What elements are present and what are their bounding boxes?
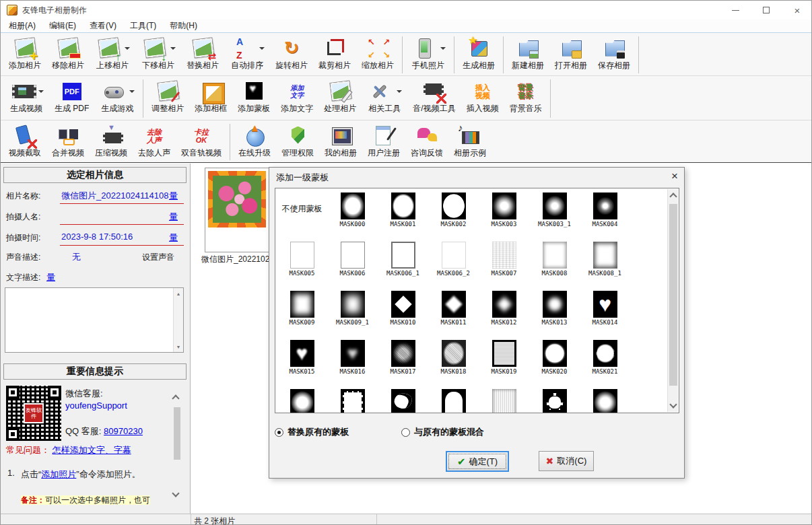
toolbar-rotate-button[interactable]: 旋转相片: [271, 34, 312, 72]
toolbar-adjust-button[interactable]: 调整相片: [147, 77, 189, 115]
mask-item[interactable]: MASK016: [327, 336, 378, 385]
toolbar-register-button[interactable]: 用户注册: [363, 122, 405, 160]
mask-item[interactable]: [580, 385, 630, 413]
toolbar-folder-open-button[interactable]: 打开相册: [550, 34, 592, 72]
mask-item[interactable]: MASK004: [580, 188, 630, 238]
toolbar-insvideo-button[interactable]: 插入视频插入视频: [462, 77, 504, 115]
wechat-service-id[interactable]: youfengSupport: [65, 400, 127, 411]
mask-item[interactable]: MASK006: [327, 238, 378, 287]
toolbar-mask-button[interactable]: 添加蒙板: [233, 77, 275, 115]
mask-item[interactable]: MASK008: [529, 238, 580, 287]
mask-item[interactable]: [277, 385, 327, 413]
mask-item[interactable]: MASK007: [479, 238, 529, 287]
mask-item[interactable]: MASK013: [529, 287, 580, 336]
chevron-down-icon[interactable]: [38, 90, 44, 93]
mask-item[interactable]: MASK008_1: [580, 238, 630, 287]
scrollbar-thumb[interactable]: [669, 204, 677, 386]
toolbar-capture-button[interactable]: 视频截取: [4, 122, 46, 160]
toolbar-samples-button[interactable]: 相册示例: [449, 122, 491, 160]
chevron-down-icon[interactable]: [259, 47, 265, 50]
photo-description-textarea[interactable]: ▲ ▼: [5, 287, 184, 353]
menu-item-help[interactable]: 帮助(H): [163, 19, 204, 33]
menu-item-view[interactable]: 查看(V): [83, 19, 123, 33]
mask-item[interactable]: [428, 385, 479, 413]
scroll-up-icon[interactable]: ▲: [174, 289, 183, 298]
chevron-down-icon[interactable]: [440, 47, 446, 50]
photo-name-batch-link[interactable]: 量: [169, 190, 178, 202]
toolbar-frame-button[interactable]: 添加相框: [190, 77, 232, 115]
shoot-time-batch-link[interactable]: 量: [169, 232, 178, 244]
close-button[interactable]: ×: [782, 1, 812, 20]
mask-item[interactable]: MASK012: [479, 287, 529, 336]
mask-item[interactable]: MASK003_1: [529, 188, 580, 238]
toolbar-perm-button[interactable]: 管理权限: [277, 122, 318, 160]
mask-item[interactable]: MASK006_2: [428, 238, 479, 287]
toolbar-karaoke-button[interactable]: 卡拉OK双音轨视频: [176, 122, 226, 160]
scroll-down-icon[interactable]: ▼: [174, 342, 183, 351]
radio-replace-mask[interactable]: 替换原有的蒙板: [275, 426, 349, 438]
mask-item[interactable]: MASK010: [378, 287, 428, 336]
toolbar-phone-button[interactable]: 手机照片: [406, 34, 450, 72]
text-desc-batch-link[interactable]: 量: [46, 271, 55, 283]
mask-item-none[interactable]: 不使用蒙板: [277, 188, 327, 238]
mask-item[interactable]: MASK011: [428, 287, 479, 336]
toolbar-sort-button[interactable]: 自动排序: [225, 34, 269, 72]
radio-blend-mask[interactable]: 与原有的蒙板混合: [401, 426, 484, 438]
mask-item[interactable]: [479, 385, 529, 413]
mask-item[interactable]: MASK006_1: [378, 238, 428, 287]
textarea-scrollbar[interactable]: ▲ ▼: [173, 288, 183, 352]
mask-item[interactable]: [378, 385, 428, 413]
mask-item[interactable]: MASK002: [428, 188, 479, 238]
photo-thumbnail[interactable]: [205, 168, 269, 252]
mask-item[interactable]: MASK019: [479, 336, 529, 385]
mask-item[interactable]: [529, 385, 580, 413]
toolbar-tools-button[interactable]: 相关工具: [362, 77, 407, 115]
panel-scroll-down-icon[interactable]: [172, 489, 179, 497]
cancel-button[interactable]: ✖ 取消(C): [539, 451, 594, 471]
scroll-down-icon[interactable]: [669, 400, 677, 408]
minimize-button[interactable]: [720, 1, 751, 20]
toolbar-merge-button[interactable]: 合并视频: [47, 122, 89, 160]
toolbar-avtools-button[interactable]: 音/视频工具: [408, 77, 460, 115]
panel-scroll-up-icon[interactable]: [172, 394, 179, 402]
mask-item[interactable]: MASK017: [378, 336, 428, 385]
toolbar-game-button[interactable]: 生成游戏: [95, 77, 139, 115]
chevron-down-icon[interactable]: [397, 90, 402, 93]
toolbar-textadd-button[interactable]: 添加文字添加文字: [276, 77, 318, 115]
mask-item[interactable]: MASK003: [479, 188, 529, 238]
toolbar-compress-button[interactable]: 压缩视频: [90, 122, 132, 160]
dialog-close-icon[interactable]: ×: [671, 170, 678, 182]
toolbar-photo-add-button[interactable]: 添加相片: [4, 34, 46, 72]
toolbar-photo-up-button[interactable]: 上移相片: [90, 34, 135, 72]
mask-item[interactable]: MASK021: [580, 336, 630, 385]
qq-number-link[interactable]: 80970230: [104, 426, 143, 436]
toolbar-upgrade-button[interactable]: 在线升级: [234, 122, 275, 160]
photographer-batch-link[interactable]: 量: [169, 211, 178, 223]
mask-item[interactable]: MASK020: [529, 336, 580, 385]
toolbar-crop-button[interactable]: 裁剪相片: [314, 34, 356, 72]
set-sound-button[interactable]: 设置声音: [142, 252, 174, 263]
toolbar-pdf-button[interactable]: PDF生成 PDF: [50, 77, 94, 115]
toolbar-folder-new-button[interactable]: 新建相册: [507, 34, 549, 72]
mask-item[interactable]: MASK005: [277, 238, 327, 287]
scroll-up-icon[interactable]: [669, 193, 677, 200]
panel-scrollbar-thumb[interactable]: [174, 407, 180, 460]
menu-item-album[interactable]: 相册(A): [2, 19, 42, 33]
chevron-down-icon[interactable]: [125, 47, 130, 50]
toolbar-voice-button[interactable]: 去除人声去除人声: [133, 122, 175, 160]
toolbar-photo-swap-button[interactable]: 替换相片: [182, 34, 224, 72]
toolbar-photo-down-button[interactable]: 下移相片: [136, 34, 180, 72]
shoot-time-value[interactable]: 2023-9-8 17:50:16: [61, 232, 133, 242]
menu-item-tools[interactable]: 工具(T): [123, 19, 163, 33]
toolbar-scale-button[interactable]: 缩放相片: [357, 34, 399, 72]
toolbar-bgmusic-button[interactable]: 背景音乐背景音乐: [505, 77, 547, 115]
menu-item-edit[interactable]: 编辑(E): [42, 19, 83, 33]
toolbar-photo-remove-button[interactable]: 移除相片: [47, 34, 89, 72]
toolbar-myalbum-button[interactable]: 我的相册: [320, 122, 362, 160]
mask-item[interactable]: [327, 385, 378, 413]
mask-item[interactable]: MASK000: [327, 188, 378, 238]
toolbar-process-button[interactable]: 处理相片: [319, 77, 361, 115]
ok-button[interactable]: ✔ 确定(T): [446, 451, 509, 472]
mask-item[interactable]: MASK001: [378, 188, 428, 238]
toolbar-albumgen-button[interactable]: 生成相册: [458, 34, 500, 72]
